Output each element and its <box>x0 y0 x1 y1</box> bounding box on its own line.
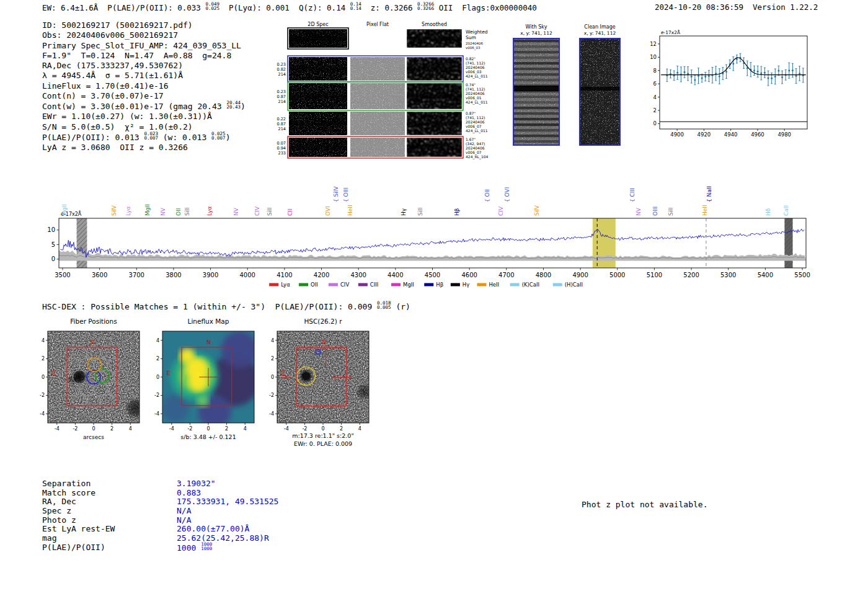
east-label: E <box>167 370 170 376</box>
emission-line-label: SiII <box>668 207 674 216</box>
match-table-label: mag <box>42 533 177 543</box>
panel-y-tick: 4 <box>271 338 274 344</box>
legend-swatch <box>299 283 308 287</box>
spectrum-y-tick: 5 <box>51 241 55 248</box>
catalog-match-table: Separation3.19032"Match score0.883RA, De… <box>42 479 278 552</box>
legend-swatch <box>269 283 278 287</box>
emission-line-label: MgII <box>61 204 68 216</box>
fit-x-tick: 4980 <box>777 131 791 138</box>
text-segment: EWr = 1.10(±0.27) (w: 1.30(±0.31))Å <box>42 112 212 121</box>
cutout-row-stat: 0.23 <box>277 89 286 94</box>
match-table-row: mag25.62(25.42,25.88)R <box>42 533 278 543</box>
legend-swatch <box>424 283 433 287</box>
detection-info-block: ID: 5002169217 (5002169217.pdf)Obs: 2024… <box>42 20 246 153</box>
emission-line-label: SiIV <box>534 205 540 216</box>
text-segment: F=1.9" T=0.124 N=1.47 A=0.88 g=24.8 <box>42 51 231 60</box>
emission-line-label: { OII <box>484 189 490 202</box>
info-line: RA,Dec (175.333237,49.530762) <box>42 61 246 71</box>
match-table-label: Photo z <box>42 515 177 525</box>
cutout-row-annotation: 0.87" <box>466 111 476 115</box>
weighted-sum-label: Sum <box>466 35 476 40</box>
legend-swatch <box>329 283 338 287</box>
cutout-col-header: Smoothed <box>422 22 447 27</box>
info-line: EWr = 1.10(±0.27) (w: 1.30(±0.31))Å <box>42 112 246 122</box>
lineflux-blob <box>188 372 208 391</box>
info-line: LyA z = 3.0680 OII z = 0.3266 <box>42 143 246 153</box>
panel-x-tick: -4 <box>284 426 289 432</box>
spectrum-x-tick: 4500 <box>425 272 440 278</box>
header-datetime: 2024-10-20 08:36:59 Version 1.22.2 <box>655 2 818 12</box>
legend-swatch <box>477 283 486 287</box>
legend-swatch <box>510 283 520 287</box>
panel-x-tick: -4 <box>55 426 60 432</box>
match-table-value: 1000 10001000 <box>177 543 212 552</box>
spectrum-x-tick: 4300 <box>350 272 366 278</box>
emission-line-label: HeII <box>347 205 353 216</box>
panel-y-tick: 0 <box>42 375 45 380</box>
emission-line-label: CIV <box>254 206 260 216</box>
spectrum-x-tick: 5300 <box>720 272 736 278</box>
match-table-label: RA, Dec <box>42 497 177 506</box>
legend-label: (H)CaII <box>565 282 583 288</box>
weighted-sum-label: 20240406 <box>466 42 483 45</box>
emission-line-label: Hδ <box>765 208 771 216</box>
2d-spec-cutouts: 2D SpecPixel FlatSmoothed0.230.822140.82… <box>273 19 491 161</box>
panel-x-tick: 2 <box>340 426 343 432</box>
match-table-value: N/A <box>177 515 191 525</box>
text-segment: 3.19032" <box>177 479 216 488</box>
emission-line-label: Hβ <box>454 208 460 216</box>
legend-label: OII <box>311 282 318 288</box>
cutout-row-annotation: 20240406 <box>466 146 485 150</box>
text-segment: N/A <box>177 515 191 525</box>
legend-label: MgII <box>403 282 414 288</box>
emission-line-label: { OIII <box>343 187 349 202</box>
fiber-positions-panel: Fiber PositionsNE-4-4-2-2002244arcsecs <box>34 315 149 447</box>
lineflux-blob <box>221 331 258 368</box>
panel-y-tick: 0 <box>156 375 159 380</box>
stacked-uncertainty: 0.0490.025 <box>205 2 219 11</box>
text-segment: 1000 <box>177 543 201 553</box>
with-sky-coords: x, y: 741, 112 <box>520 30 552 36</box>
spectrum-x-tick: 5100 <box>647 272 662 278</box>
east-label: E <box>52 370 56 376</box>
match-table-row: P(LAE)/P(OII)1000 10001000 <box>42 543 278 552</box>
full-spectrum-plot: 3500360037003800390040004100420043004400… <box>37 162 837 291</box>
panel-x-tick: 0 <box>206 426 210 432</box>
match-table-row: Photo zN/A <box>42 515 278 525</box>
info-line: P(LAE)/P(OII): 0.013 0.0230.007 (w: 0.01… <box>42 132 246 143</box>
emission-line-label: NV <box>160 207 166 216</box>
ew-plae-caption: EWr: 0. PLAE: 0.009 <box>294 440 352 447</box>
fit-y-tick: 2 <box>653 107 657 113</box>
cutout-row-stat: 0.82 <box>277 67 286 72</box>
text-segment: P(LAE)/P(OII): 0.013 <box>42 133 144 142</box>
match-table-value: 175.333931, 49.531525 <box>177 497 278 506</box>
info-line: Cont(n) = 3.70(±0.07)e-17 <box>42 91 246 101</box>
panel-y-tick: -4 <box>269 411 274 417</box>
cutout-row-annotation: (741, 112) <box>466 61 485 65</box>
fit-y-tick: 12 <box>650 41 657 47</box>
text-segment: RA,Dec (175.333237,49.530762) <box>42 61 183 70</box>
cutout-row-annotation: (342, 947) <box>466 141 485 146</box>
panel-x-tick: -4 <box>169 426 174 432</box>
match-table-label: Spec z <box>42 506 177 515</box>
emission-line-label: OIII <box>652 207 658 216</box>
panel-x-tick: 4 <box>358 426 361 432</box>
panel-title: HSC(26.2) r <box>304 318 342 325</box>
legend-swatch <box>553 283 562 287</box>
fit-y-tick: 6 <box>653 81 657 87</box>
legend-label: CIV <box>340 282 349 288</box>
panel-y-tick: 2 <box>271 356 274 362</box>
emission-line-labels: MgIISiIVLyαMgIINVOIISiIILyαNVCIVSiIICIIO… <box>61 186 789 216</box>
legend-label: Hγ <box>463 282 469 288</box>
emission-line-label: MgII <box>144 204 151 216</box>
cutout-row-annotation: (741, 112) <box>466 115 485 120</box>
panel-title: Fiber Positions <box>70 318 117 325</box>
panel-x-tick: -2 <box>302 426 307 432</box>
spectrum-y-tick: 10 <box>47 226 55 233</box>
info-line: Primary Spec_Slot_IFU_AMP: 424_039_053_L… <box>42 41 246 51</box>
spectrum-x-tick: 3800 <box>166 272 181 278</box>
spectrum-x-tick: 4100 <box>277 272 292 278</box>
text-segment: ID: 5002169217 (5002169217.pdf) <box>42 20 193 30</box>
fit-ylabel: e-17x2Å <box>661 30 681 35</box>
spectrum-x-tick: 4200 <box>314 272 329 278</box>
